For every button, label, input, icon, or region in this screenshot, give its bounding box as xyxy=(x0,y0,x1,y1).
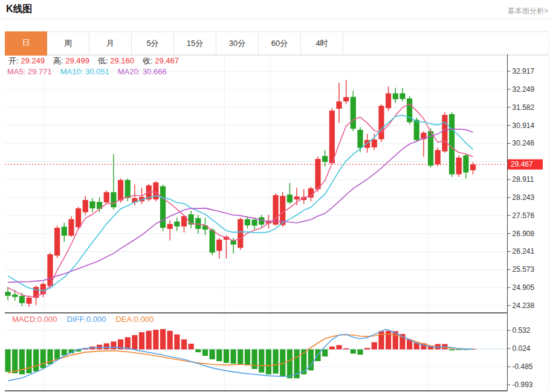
axis-label: 32.249 xyxy=(513,85,535,94)
macd-bar xyxy=(19,349,25,374)
macd-bar xyxy=(26,349,31,373)
macd-legend-item: DEA:0.000 xyxy=(115,315,154,324)
macd-legend: MACD:0.000DIFF:0.000DEA:0.000 xyxy=(12,315,154,324)
macd-legend-item: DIFF:0.000 xyxy=(66,315,106,324)
macd-bar xyxy=(336,345,341,349)
ma10-line xyxy=(8,115,473,291)
candle-body xyxy=(216,240,222,251)
axis-label: 27.576 xyxy=(513,211,535,220)
macd-bar xyxy=(125,337,131,349)
legend-item: MA20: 30.666 xyxy=(118,67,167,76)
legend-item: MA10: 30.051 xyxy=(60,67,109,76)
macd-bar xyxy=(224,349,229,362)
macd-bar xyxy=(287,349,293,378)
macd-bar xyxy=(273,349,278,373)
candle-body xyxy=(5,292,10,296)
ma5-line xyxy=(8,104,473,297)
axis-label: 26.241 xyxy=(513,247,535,255)
macd-bar xyxy=(252,349,257,368)
macd-bar xyxy=(167,331,173,350)
axis-label: 28.911 xyxy=(513,175,534,184)
candle-body xyxy=(329,111,335,163)
axis-label: -0.485 xyxy=(513,362,533,371)
candle-body xyxy=(76,208,81,227)
macd-bar xyxy=(216,349,222,361)
candle-body xyxy=(336,101,341,109)
macd-bar xyxy=(357,349,363,355)
candle-body xyxy=(343,97,349,101)
ma-legend: MA5: 29.771MA10: 30.051MA20: 30.666 xyxy=(7,67,167,76)
macd-bar xyxy=(329,347,335,350)
axis-label: 31.582 xyxy=(513,103,535,112)
candle-body xyxy=(414,120,419,140)
axis-label: 0.024 xyxy=(513,344,531,353)
candle-body xyxy=(104,192,109,202)
legend-item: 开: 29.249 xyxy=(8,56,45,66)
candle-body xyxy=(174,222,179,227)
ohlc-legend: 开: 29.249高: 29.499低: 29.160收: 29.467 xyxy=(8,56,179,66)
macd-bar xyxy=(174,335,179,350)
candle-body xyxy=(386,94,391,109)
candle-body xyxy=(357,130,363,148)
macd-bar xyxy=(40,349,46,368)
candle-body xyxy=(26,298,31,304)
macd-bar xyxy=(146,331,152,350)
candle-body xyxy=(280,196,285,225)
candle-body xyxy=(463,155,468,172)
candle-body xyxy=(238,219,243,248)
axis-label: 0.532 xyxy=(513,326,531,335)
macd-bar xyxy=(104,343,109,349)
legend-item: 收: 29.467 xyxy=(143,56,179,66)
legend-item: 高: 29.499 xyxy=(53,56,89,66)
axis-label: 25.573 xyxy=(513,265,535,274)
candle-body xyxy=(111,192,116,207)
candle-body xyxy=(68,219,74,236)
candle-body xyxy=(470,164,476,170)
macd-bar xyxy=(12,349,18,373)
candle-body xyxy=(456,158,462,175)
candle-body xyxy=(19,296,25,303)
axis-label: 30.914 xyxy=(513,121,535,130)
macd-bar xyxy=(210,349,215,359)
macd-legend-item: MACD:0.000 xyxy=(12,315,57,324)
candle-body xyxy=(372,140,377,147)
candle-body xyxy=(153,182,158,199)
macd-bar xyxy=(33,349,39,371)
candle-body xyxy=(189,214,194,225)
macd-bar xyxy=(111,341,116,349)
candle-body xyxy=(399,94,405,99)
macd-bar xyxy=(449,349,454,350)
axis-label: 26.908 xyxy=(513,230,535,238)
axis-label: 28.243 xyxy=(513,193,535,202)
macd-bar xyxy=(132,335,137,350)
candle-body xyxy=(12,295,18,297)
candle-body xyxy=(83,200,88,212)
candle-body xyxy=(125,180,131,198)
candle-body xyxy=(393,94,398,100)
candle-body xyxy=(252,220,257,226)
candle-body xyxy=(160,186,166,228)
axis-label: -0.993 xyxy=(513,381,533,389)
price-tag-label: 29.467 xyxy=(511,160,533,169)
candle-body xyxy=(40,284,46,294)
macd-bar xyxy=(372,342,377,350)
axis-label: 32.917 xyxy=(513,67,535,76)
axis-label: 30.246 xyxy=(513,139,535,147)
macd-bar xyxy=(245,349,250,365)
candle-body xyxy=(89,201,95,208)
legend-item: MA5: 29.771 xyxy=(7,67,52,76)
macd-bar xyxy=(266,349,271,374)
macd-bar xyxy=(351,349,356,353)
candle-body xyxy=(378,106,384,139)
legend-item: 低: 29.160 xyxy=(98,56,134,66)
tab-日[interactable]: 日 xyxy=(5,31,47,56)
candle-body xyxy=(245,219,250,225)
ma20-line xyxy=(8,129,473,283)
macd-bar xyxy=(343,349,349,350)
macd-bar xyxy=(5,349,10,371)
candle-body xyxy=(210,230,215,252)
candle-body xyxy=(294,196,299,199)
macd-bar xyxy=(259,349,264,372)
candle-body xyxy=(351,97,356,129)
macd-bar xyxy=(54,349,60,359)
